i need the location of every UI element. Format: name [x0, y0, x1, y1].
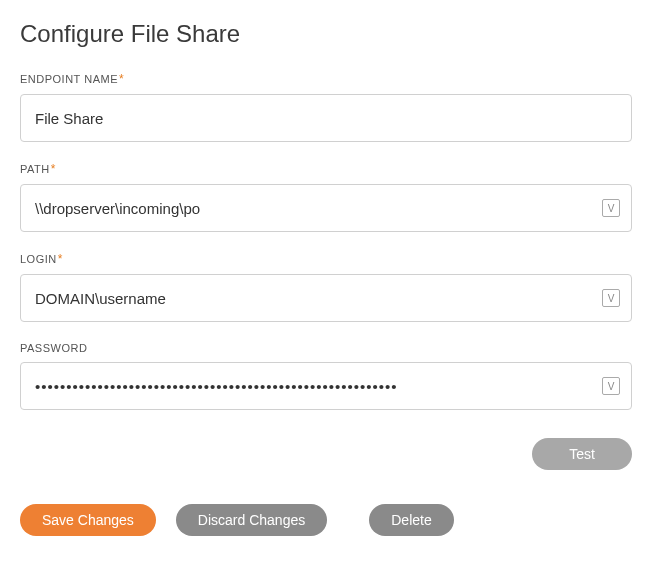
label-endpoint-name-text: ENDPOINT NAME [20, 73, 118, 85]
required-asterisk: * [119, 72, 124, 86]
input-wrap-endpoint-name [20, 94, 632, 142]
label-path: PATH* [20, 162, 632, 176]
label-login: LOGIN* [20, 252, 632, 266]
endpoint-name-input[interactable] [20, 94, 632, 142]
field-password: PASSWORD V [20, 342, 632, 410]
discard-button[interactable]: Discard Changes [176, 504, 327, 536]
input-wrap-login: V [20, 274, 632, 322]
field-endpoint-name: ENDPOINT NAME* [20, 72, 632, 142]
action-button-row: Save Changes Discard Changes Delete [20, 504, 632, 536]
delete-button[interactable]: Delete [369, 504, 453, 536]
required-asterisk: * [58, 252, 63, 266]
login-input[interactable] [20, 274, 632, 322]
label-endpoint-name: ENDPOINT NAME* [20, 72, 632, 86]
field-path: PATH* V [20, 162, 632, 232]
input-wrap-path: V [20, 184, 632, 232]
field-login: LOGIN* V [20, 252, 632, 322]
path-input[interactable] [20, 184, 632, 232]
required-asterisk: * [51, 162, 56, 176]
label-password-text: PASSWORD [20, 342, 87, 354]
label-path-text: PATH [20, 163, 50, 175]
save-button[interactable]: Save Changes [20, 504, 156, 536]
input-wrap-password: V [20, 362, 632, 410]
page-title: Configure File Share [20, 20, 632, 48]
test-button[interactable]: Test [532, 438, 632, 470]
label-password: PASSWORD [20, 342, 632, 354]
label-login-text: LOGIN [20, 253, 57, 265]
password-input[interactable] [20, 362, 632, 410]
test-button-row: Test [20, 438, 632, 470]
